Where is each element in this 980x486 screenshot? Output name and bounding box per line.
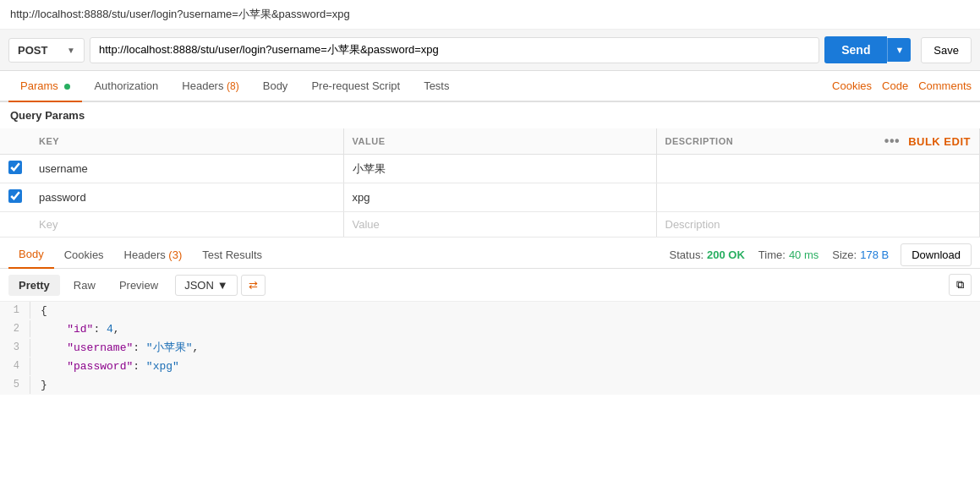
tab-headers[interactable]: Headers (8) [170,71,250,101]
size-value: 178 B [860,248,889,261]
url-bar: POST ▼ Send ▼ Save [0,30,980,71]
line-content-1: { [30,302,980,320]
tabs-right: Cookies Code Comments [832,79,972,92]
line-content-3: "username": "小苹果", [30,339,980,358]
json-code-area: 1 { 2 "id": 4, 3 "username": "小苹果", 4 "p… [0,302,980,395]
resp-tab-body-label: Body [19,248,44,260]
format-selector[interactable]: JSON ▼ [175,275,238,296]
send-button[interactable]: Send [824,36,887,63]
row1-desc-cell[interactable] [656,155,980,183]
table-row-empty: Key Value Description [0,212,980,238]
resp-tab-cookies[interactable]: Cookies [54,242,114,268]
row3-key-cell[interactable]: Key [30,212,343,238]
tab-authorization-label: Authorization [94,79,158,92]
method-dropdown[interactable]: POST ▼ [8,38,85,63]
tab-authorization[interactable]: Authorization [82,71,170,101]
raw-label: Raw [74,279,96,292]
send-dropdown-button[interactable]: ▼ [887,38,911,62]
tab-tests[interactable]: Tests [412,71,461,101]
row1-value-cell[interactable]: 小苹果 [343,155,656,183]
time-label: Time: [758,248,786,261]
row2-key-value: password [39,191,86,204]
resp-tab-body[interactable]: Body [8,241,54,269]
resp-tab-testresults[interactable]: Test Results [192,242,272,268]
send-btn-group: Send ▼ [824,36,911,63]
code-line-5: 5 } [0,376,980,395]
tab-params[interactable]: Params [8,71,82,102]
resp-toolbar-right: ⧉ [949,274,972,296]
col-desc-header: DESCRIPTION ••• Bulk Edit [656,128,980,155]
top-url-bar: http://localhost:8888/stu/user/login?use… [0,0,980,30]
col-value-header: VALUE [343,128,656,155]
resp-tab-headers[interactable]: Headers (3) [114,242,193,268]
tab-params-label: Params [20,79,58,92]
row3-value-cell[interactable]: Value [343,212,656,238]
line-num-3: 3 [0,339,30,356]
row2-checkbox-cell [0,183,30,212]
tab-tests-label: Tests [424,79,449,92]
status-value: 200 OK [707,248,745,261]
status-bar: Status: 200 OK Time: 40 ms Size: 178 B D… [670,243,972,266]
col-checkbox-header [0,128,30,155]
format-label: JSON [184,279,214,292]
row2-checkbox[interactable] [8,189,22,203]
main-tabs-bar: Params Authorization Headers (8) Body Pr… [0,71,980,102]
table-row: password xpg [0,183,980,212]
col-description-text: DESCRIPTION [665,136,734,146]
cookies-link[interactable]: Cookies [832,79,872,92]
method-label: POST [18,44,47,57]
row3-value-placeholder: Value [353,218,380,231]
line-content-2: "id": 4, [30,320,980,339]
top-url-text: http://localhost:8888/stu/user/login?use… [10,8,350,20]
line-content-4: "password": "xpg" [30,358,980,376]
status-label: Status: [670,248,704,261]
comments-link[interactable]: Comments [918,79,972,92]
row3-desc-placeholder: Description [665,218,720,231]
url-input[interactable] [90,37,819,63]
resp-tab-headers-label: Headers [124,248,169,261]
time-value: 40 ms [789,248,818,261]
row2-key-cell[interactable]: password [30,183,343,212]
resp-tab-testresults-label: Test Results [202,248,262,261]
more-options-button[interactable]: ••• [884,134,900,149]
line-num-1: 1 [0,302,30,319]
code-line-2: 2 "id": 4, [0,320,980,339]
row1-checkbox[interactable] [8,161,22,174]
resp-headers-badge: (3) [168,248,182,261]
row2-desc-cell[interactable] [656,183,980,212]
row2-value-cell[interactable]: xpg [343,183,656,212]
row1-value-text: 小苹果 [353,162,386,175]
line-num-2: 2 [0,320,30,337]
code-line-1: 1 { [0,302,980,320]
row1-checkbox-cell [0,155,30,183]
copy-button[interactable]: ⧉ [949,274,972,296]
download-button[interactable]: Download [901,243,972,266]
code-link[interactable]: Code [882,79,908,92]
line-num-5: 5 [0,376,30,393]
query-params-label: Query Params [0,102,980,128]
col-key-header: KEY [30,128,343,155]
tab-body[interactable]: Body [251,71,300,101]
tab-prerequest-label: Pre-request Script [311,79,400,92]
table-row: username 小苹果 [0,155,980,183]
tab-prerequest[interactable]: Pre-request Script [299,71,412,101]
row2-value-text: xpg [353,191,370,204]
headers-badge: (8) [227,80,239,92]
row1-key-cell[interactable]: username [30,155,343,183]
resp-format-preview[interactable]: Preview [109,275,168,296]
row3-desc-cell[interactable]: Description [656,212,980,238]
pretty-label: Pretty [19,279,50,292]
line-num-4: 4 [0,358,30,374]
bulk-edit-button[interactable]: Bulk Edit [908,135,971,148]
code-line-4: 4 "password": "xpg" [0,358,980,376]
params-table: KEY VALUE DESCRIPTION ••• Bulk Edit user… [0,128,980,238]
tab-body-label: Body [263,79,288,92]
preview-label: Preview [119,279,158,292]
response-section: Body Cookies Headers (3) Test Results St… [0,241,980,395]
format-chevron-icon: ▼ [217,279,228,292]
resp-format-pretty[interactable]: Pretty [8,275,60,296]
wrap-button[interactable]: ⇄ [241,275,266,296]
response-toolbar: Pretty Raw Preview JSON ▼ ⇄ ⧉ [0,269,980,302]
save-button[interactable]: Save [921,37,972,63]
resp-format-raw[interactable]: Raw [63,275,106,296]
